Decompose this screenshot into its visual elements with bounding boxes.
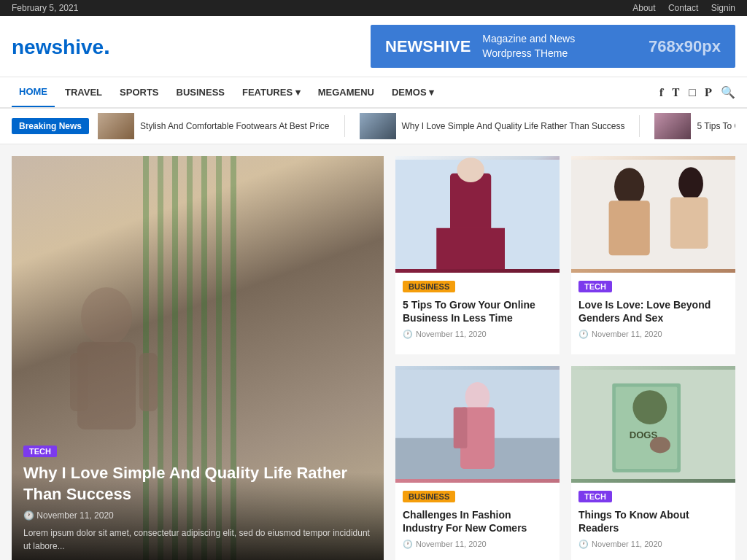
breaking-thumb-1 xyxy=(98,113,134,139)
article-content-4: TECH Things To Know About Readers 🕐 Nove… xyxy=(571,483,735,556)
article-card-2[interactable]: TECH Love Is Love: Love Beyond Genders A… xyxy=(571,156,735,354)
article-clock-icon-4: 🕐 xyxy=(578,540,589,549)
article-grid: BUSINESS 5 Tips To Grow Your Online Busi… xyxy=(395,156,735,560)
featured-category: TECH xyxy=(23,446,57,457)
contact-link[interactable]: Contact xyxy=(668,3,698,13)
article-clock-icon-3: 🕐 xyxy=(403,540,413,549)
svg-rect-9 xyxy=(70,353,88,411)
svg-point-30 xyxy=(650,437,670,454)
logo-part1: news xyxy=(12,36,63,58)
main-nav: HOME TRAVEL SPORTS BUSINESS FEATURES ▾ M… xyxy=(0,77,747,109)
article-thumb-1 xyxy=(395,156,560,273)
breaking-news-bar: Breaking News Stylish And Comfortable Fo… xyxy=(0,109,747,144)
ad-banner: NEWSHIVE Magazine and NewsWordpress THem… xyxy=(371,25,735,68)
article-thumb-4: DOGS xyxy=(571,366,735,483)
about-link[interactable]: About xyxy=(632,3,655,13)
ad-size: 768x90px xyxy=(649,37,721,56)
svg-point-16 xyxy=(614,168,644,206)
breaking-divider-1 xyxy=(344,115,345,137)
featured-article[interactable]: TECH Why I Love Simple And Quality Life … xyxy=(12,156,384,560)
nav-travel[interactable]: TRAVEL xyxy=(58,78,109,106)
breaking-item-1[interactable]: Stylish And Comfortable Footwears At Bes… xyxy=(98,113,329,139)
main-content: TECH Why I Love Simple And Quality Life … xyxy=(0,144,747,560)
svg-rect-15 xyxy=(571,160,735,269)
article-title-1: 5 Tips To Grow Your Online Business In L… xyxy=(403,298,552,324)
featured-date: November 11, 2020 xyxy=(36,510,113,521)
search-icon[interactable]: 🔍 xyxy=(721,85,735,99)
article-meta-2: 🕐 November 11, 2020 xyxy=(578,330,728,339)
breaking-text-2: Why I Love Simple And Quality Life Rathe… xyxy=(402,121,625,131)
article-thumb-3 xyxy=(395,366,560,483)
article-date-4: November 11, 2020 xyxy=(592,540,662,548)
article-title-4: Things To Know About Readers xyxy=(578,508,728,534)
article-content-1: BUSINESS 5 Tips To Grow Your Online Busi… xyxy=(395,273,560,346)
article-date-3: November 11, 2020 xyxy=(416,540,487,548)
featured-title: Why I Love Simple And Quality Life Rathe… xyxy=(23,463,372,505)
breaking-item-2[interactable]: Why I Love Simple And Quality Life Rathe… xyxy=(360,113,625,139)
nav-features[interactable]: FEATURES ▾ xyxy=(235,78,308,106)
logo-dot: . xyxy=(104,33,110,59)
breaking-thumb-3 xyxy=(654,113,691,139)
header: newshive. NEWSHIVE Magazine and NewsWord… xyxy=(0,16,747,77)
svg-point-7 xyxy=(81,287,132,346)
ad-subtitle: Magazine and NewsWordpress THeme xyxy=(482,32,637,61)
article-thumb-2 xyxy=(571,156,735,273)
ad-brand: NEWSHIVE xyxy=(385,37,471,56)
svg-point-13 xyxy=(457,158,484,182)
featured-meta: 🕐 November 11, 2020 xyxy=(23,510,372,521)
svg-rect-17 xyxy=(609,201,650,255)
breaking-text-1: Stylish And Comfortable Footwears At Bes… xyxy=(140,121,329,131)
svg-point-18 xyxy=(678,168,703,201)
nav-demos[interactable]: DEMOS ▾ xyxy=(384,78,441,106)
facebook-icon[interactable]: 𝐟 xyxy=(659,86,663,99)
article-meta-1: 🕐 November 11, 2020 xyxy=(403,330,552,339)
breaking-items: Stylish And Comfortable Footwears At Bes… xyxy=(98,113,735,139)
breaking-text-3: 5 Tips To Grow Your Online xyxy=(697,121,735,131)
top-bar: February 5, 2021 About Contact Signin xyxy=(0,0,747,16)
breaking-item-3[interactable]: 5 Tips To Grow Your Online xyxy=(654,113,735,139)
svg-rect-10 xyxy=(139,353,158,411)
signin-link[interactable]: Signin xyxy=(711,3,735,13)
article-card-3[interactable]: BUSINESS Challenges In Fashion Industry … xyxy=(395,366,560,560)
article-clock-icon-2: 🕐 xyxy=(578,330,589,339)
article-date-2: November 11, 2020 xyxy=(592,330,662,338)
logo-part2: hive xyxy=(63,36,104,58)
nav-sports[interactable]: SPORTS xyxy=(112,78,166,106)
article-meta-4: 🕐 November 11, 2020 xyxy=(578,540,728,549)
nav-links: HOME TRAVEL SPORTS BUSINESS FEATURES ▾ M… xyxy=(12,77,441,107)
nav-social: 𝐟 𝐓 □ 𝐏 🔍 xyxy=(659,85,735,99)
article-card-4[interactable]: DOGS TECH Things To Know About Readers 🕐… xyxy=(571,366,735,560)
featured-date-icon: 🕐 xyxy=(23,510,34,521)
article-content-3: BUSINESS Challenges In Fashion Industry … xyxy=(395,483,560,556)
article-meta-3: 🕐 November 11, 2020 xyxy=(403,540,552,549)
breaking-divider-2 xyxy=(639,115,640,137)
nav-megamenu[interactable]: MEGAMENU xyxy=(311,78,382,106)
pinterest-icon[interactable]: 𝐏 xyxy=(705,86,712,99)
article-card-1[interactable]: BUSINESS 5 Tips To Grow Your Online Busi… xyxy=(395,156,560,354)
nav-business[interactable]: BUSINESS xyxy=(169,78,232,106)
svg-rect-14 xyxy=(436,228,505,269)
svg-rect-19 xyxy=(670,198,708,249)
svg-text:DOGS: DOGS xyxy=(630,429,658,440)
date-display: February 5, 2021 xyxy=(12,3,78,13)
svg-point-28 xyxy=(632,390,667,424)
top-bar-links: About Contact Signin xyxy=(622,3,735,13)
logo[interactable]: newshive. xyxy=(12,33,110,60)
article-title-2: Love Is Love: Love Beyond Genders And Se… xyxy=(578,298,728,324)
article-title-3: Challenges In Fashion Industry For New C… xyxy=(403,508,552,534)
featured-image: TECH Why I Love Simple And Quality Life … xyxy=(12,156,384,560)
article-category-3: BUSINESS xyxy=(403,491,455,502)
article-category-4: TECH xyxy=(578,491,612,502)
featured-excerpt: Lorem ipsum dolor sit amet, consectetur … xyxy=(23,526,372,553)
nav-home[interactable]: HOME xyxy=(12,77,55,107)
breaking-label: Breaking News xyxy=(12,118,89,134)
article-clock-icon-1: 🕐 xyxy=(403,330,413,339)
svg-rect-24 xyxy=(454,408,468,448)
article-category-2: TECH xyxy=(578,281,612,292)
article-date-1: November 11, 2020 xyxy=(416,330,487,338)
instagram-icon[interactable]: □ xyxy=(689,86,696,99)
twitter-icon[interactable]: 𝐓 xyxy=(672,86,680,99)
breaking-thumb-2 xyxy=(360,113,396,139)
article-content-2: TECH Love Is Love: Love Beyond Genders A… xyxy=(571,273,735,346)
article-category-1: BUSINESS xyxy=(403,281,455,292)
